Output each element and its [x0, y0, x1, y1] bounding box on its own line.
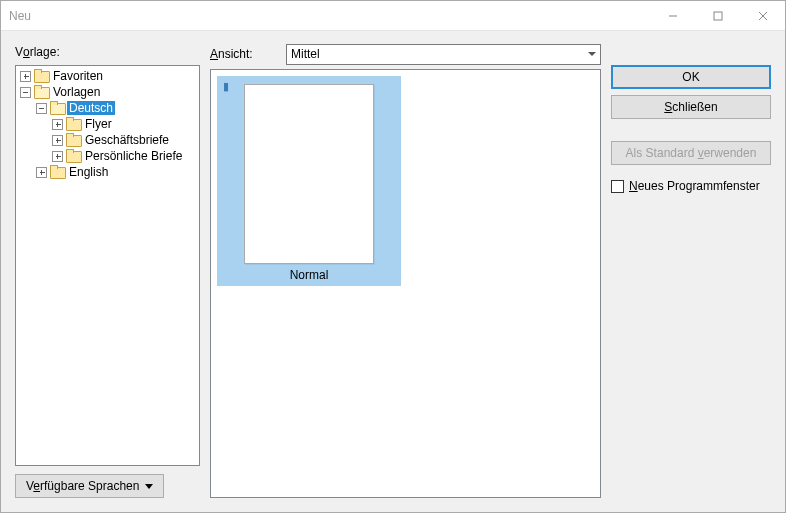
tree-item-english[interactable]: English [16, 164, 199, 180]
template-tree[interactable]: Favoriten Vorlagen Deutsch [15, 65, 200, 466]
svg-rect-1 [714, 12, 722, 20]
template-label: Vorlage: [15, 43, 200, 61]
template-thumbnail-selected[interactable]: ▮ Normal [217, 76, 401, 286]
set-default-button: Als Standard verwenden [611, 141, 771, 165]
spacer [611, 125, 771, 135]
minimize-button[interactable] [650, 1, 695, 30]
new-window-checkbox-row[interactable]: Neues Programmfenster [611, 179, 771, 193]
button-label: Schließen [664, 100, 717, 114]
label-text: V [15, 45, 23, 59]
language-button-row: Verfügbare Sprachen [15, 474, 200, 498]
button-label: Verfügbare Sprachen [26, 479, 139, 493]
tree-item-geschaeftsbriefe[interactable]: Geschäftsbriefe [16, 132, 199, 148]
available-languages-button[interactable]: Verfügbare Sprachen [15, 474, 164, 498]
view-label: Ansicht: [210, 45, 280, 63]
checkbox-label: Neues Programmfenster [629, 179, 760, 193]
close-button[interactable]: Schließen [611, 95, 771, 119]
document-preview [244, 84, 374, 264]
caret-down-icon [145, 484, 153, 489]
template-gallery[interactable]: ▮ Normal [210, 69, 601, 498]
folder-icon [34, 70, 48, 82]
titlebar: Neu [1, 1, 785, 31]
view-select[interactable]: Mittel [286, 44, 601, 65]
tree-item-favoriten[interactable]: Favoriten [16, 68, 199, 84]
label-accel: o [23, 45, 30, 59]
select-value: Mittel [291, 47, 320, 61]
chevron-down-icon [588, 52, 596, 56]
button-label: Als Standard verwenden [626, 146, 757, 160]
folder-icon [50, 166, 64, 178]
tree-label: Vorlagen [51, 85, 102, 99]
expander-icon[interactable] [20, 87, 31, 98]
dialog-window: Neu Vorlage: Favoriten [0, 0, 786, 513]
expander-icon[interactable] [52, 135, 63, 146]
folder-icon [66, 118, 80, 130]
tree-label-selected: Deutsch [67, 101, 115, 115]
expander-icon[interactable] [20, 71, 31, 82]
view-header: Ansicht: Mittel [210, 43, 601, 65]
tree-item-flyer[interactable]: Flyer [16, 116, 199, 132]
folder-open-icon [34, 86, 48, 98]
middle-column: Ansicht: Mittel ▮ Normal [210, 43, 601, 498]
expander-icon[interactable] [52, 119, 63, 130]
dialog-content: Vorlage: Favoriten Vorlagen [1, 31, 785, 512]
minimize-icon [668, 11, 678, 21]
button-label: OK [682, 70, 699, 84]
expander-icon[interactable] [36, 167, 47, 178]
tree-label: Persönliche Briefe [83, 149, 184, 163]
tree-label: Favoriten [51, 69, 105, 83]
tree-item-persoenliche[interactable]: Persönliche Briefe [16, 148, 199, 164]
folder-icon [66, 150, 80, 162]
tree-label: English [67, 165, 110, 179]
tree-label: Flyer [83, 117, 114, 131]
tree-item-vorlagen[interactable]: Vorlagen [16, 84, 199, 100]
close-icon [758, 11, 768, 21]
maximize-icon [713, 11, 723, 21]
right-column: OK Schließen Als Standard verwenden Neue… [611, 43, 771, 498]
close-window-button[interactable] [740, 1, 785, 30]
window-title: Neu [1, 9, 650, 23]
left-column: Vorlage: Favoriten Vorlagen [15, 43, 200, 498]
label-text: rlage: [30, 45, 60, 59]
folder-icon [66, 134, 80, 146]
maximize-button[interactable] [695, 1, 740, 30]
tree-label: Geschäftsbriefe [83, 133, 171, 147]
ok-button[interactable]: OK [611, 65, 771, 89]
thumbnail-label: Normal [243, 268, 375, 282]
label-accel: A [210, 47, 218, 61]
checkbox-icon[interactable] [611, 180, 624, 193]
tree-item-deutsch[interactable]: Deutsch [16, 100, 199, 116]
expander-icon[interactable] [52, 151, 63, 162]
expander-icon[interactable] [36, 103, 47, 114]
folder-open-icon [50, 102, 64, 114]
pin-icon: ▮ [223, 80, 355, 90]
window-controls [650, 1, 785, 30]
label-text: nsicht: [218, 47, 253, 61]
